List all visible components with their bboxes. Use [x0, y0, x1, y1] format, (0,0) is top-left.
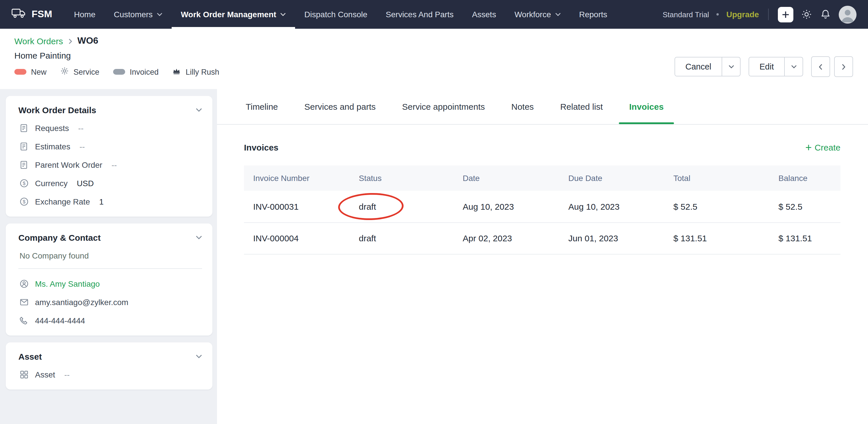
breadcrumb-chevron-icon [68, 36, 72, 46]
top-navbar: FSM Home Customers Work Order Management… [0, 0, 868, 29]
detail-row-currency: $ Currency USD [20, 179, 202, 188]
card-title: Asset [19, 351, 42, 361]
plus-icon: + [805, 142, 812, 153]
table-row[interactable]: INV-000031 draft Aug 10, 2023 Aug 10, 20… [244, 191, 840, 222]
previous-record-button[interactable] [811, 56, 830, 77]
navbar-right: Standard Trial Upgrade [663, 5, 857, 23]
breadcrumb-work-orders-link[interactable]: Work Orders [14, 36, 63, 46]
status-service: Service [60, 67, 99, 77]
person-icon [20, 279, 29, 288]
tab-services-and-parts[interactable]: Services and parts [291, 89, 389, 124]
detail-sidebar: Work Order Details Requests -- Estimates… [0, 89, 217, 424]
user-avatar[interactable] [839, 5, 857, 23]
tab-related-list[interactable]: Related list [547, 89, 616, 124]
column-due-date: Due Date [559, 166, 664, 191]
total-cell: $ 131.51 [664, 222, 769, 254]
nav-item-dispatch-console[interactable]: Dispatch Console [295, 0, 376, 29]
nav-item-reports[interactable]: Reports [570, 0, 617, 29]
cancel-button[interactable]: Cancel [675, 57, 722, 76]
asset-card: Asset Asset -- [6, 342, 212, 390]
nav-item-services-and-parts[interactable]: Services And Parts [377, 0, 463, 29]
chevron-down-icon [555, 12, 561, 16]
exchange-rate-icon: $ [20, 197, 29, 206]
tab-notes[interactable]: Notes [498, 89, 547, 124]
status-cell: draft [350, 222, 454, 254]
edit-button[interactable]: Edit [749, 57, 784, 76]
collapse-chevron-icon[interactable] [196, 108, 202, 112]
company-contact-card: Company & Contact No Company found Ms. A… [6, 224, 212, 336]
brand-text: FSM [32, 9, 52, 20]
phone-icon [20, 316, 29, 325]
detail-row-estimates: Estimates -- [20, 142, 202, 151]
tab-bar: Timeline Services and parts Service appo… [217, 89, 868, 125]
nav-item-assets[interactable]: Assets [463, 0, 505, 29]
settings-gear-icon[interactable] [801, 9, 812, 20]
nav-item-workforce[interactable]: Workforce [505, 0, 570, 29]
invoices-table: Invoice Number Status Date Due Date Tota… [244, 166, 840, 254]
chevron-down-icon [157, 12, 162, 16]
edit-dropdown-caret[interactable] [784, 57, 803, 76]
status-new-pill [14, 69, 26, 75]
parent-work-order-icon [20, 160, 29, 169]
app-logo[interactable]: FSM [11, 7, 52, 22]
chevron-down-icon [280, 12, 286, 16]
svg-text:$: $ [23, 181, 26, 186]
notifications-bell-icon[interactable] [820, 9, 831, 20]
work-order-details-header[interactable]: Work Order Details [6, 96, 212, 122]
upgrade-link[interactable]: Upgrade [726, 10, 759, 19]
contact-email[interactable]: amy.santiago@zylker.com [35, 298, 128, 307]
contact-name-link[interactable]: Ms. Amy Santiago [35, 279, 100, 288]
record-id: WO6 [77, 36, 98, 46]
contact-body: Ms. Amy Santiago amy.santiago@zylker.com… [6, 278, 212, 336]
nav-item-customers[interactable]: Customers [105, 0, 172, 29]
contact-name-row: Ms. Amy Santiago [20, 279, 202, 288]
tab-service-appointments[interactable]: Service appointments [389, 89, 498, 124]
column-date: Date [454, 166, 559, 191]
card-title: Work Order Details [19, 105, 96, 115]
date-cell: Apr 02, 2023 [454, 222, 559, 254]
edit-split-button: Edit [749, 57, 803, 77]
status-row: New Service Invoiced Lilly Rush [14, 67, 219, 77]
tab-timeline[interactable]: Timeline [232, 89, 291, 124]
next-record-button[interactable] [834, 56, 853, 77]
column-status: Status [350, 166, 454, 191]
invoice-number-cell[interactable]: INV-000004 [244, 222, 350, 254]
status-owner: Lilly Rush [173, 67, 219, 77]
column-invoice-number: Invoice Number [244, 166, 350, 191]
create-invoice-button[interactable]: + Create [805, 142, 840, 153]
work-order-details-card: Work Order Details Requests -- Estimates… [6, 96, 212, 217]
svg-text:$: $ [23, 199, 26, 204]
card-title: Company & Contact [19, 233, 101, 243]
invoices-section-title: Invoices [244, 142, 278, 152]
cancel-dropdown-caret[interactable] [722, 57, 740, 76]
nav-item-work-order-management[interactable]: Work Order Management [172, 0, 295, 29]
detail-row-requests: Requests -- [20, 123, 202, 133]
contact-phone[interactable]: 444-444-4444 [35, 316, 85, 325]
plan-label: Standard Trial [663, 10, 709, 19]
cancel-split-button: Cancel [675, 57, 741, 77]
nav-item-home[interactable]: Home [65, 0, 105, 29]
vertical-divider [768, 9, 769, 20]
asset-header[interactable]: Asset [6, 342, 212, 369]
request-doc-icon [20, 123, 29, 133]
contact-email-row: amy.santiago@zylker.com [20, 298, 202, 307]
company-contact-header[interactable]: Company & Contact [6, 224, 212, 250]
status-invoiced-pill [113, 69, 125, 75]
service-icon [60, 67, 69, 77]
balance-cell: $ 52.5 [769, 191, 840, 222]
divider [19, 268, 202, 269]
detail-row-parent-work-order: Parent Work Order -- [20, 160, 202, 169]
collapse-chevron-icon[interactable] [196, 235, 202, 239]
breadcrumb: Work Orders WO6 [14, 36, 219, 46]
status-invoiced: Invoiced [113, 67, 159, 76]
collapse-chevron-icon[interactable] [196, 355, 202, 359]
date-cell: Aug 10, 2023 [454, 191, 559, 222]
quick-create-button[interactable] [778, 7, 794, 22]
table-row[interactable]: INV-000004 draft Apr 02, 2023 Jun 01, 20… [244, 222, 840, 254]
invoices-section-header: Invoices + Create [217, 125, 868, 166]
contact-phone-row: 444-444-4444 [20, 316, 202, 325]
tab-invoices[interactable]: Invoices [616, 89, 677, 124]
column-total: Total [664, 166, 769, 191]
invoice-number-cell[interactable]: INV-000031 [244, 191, 350, 222]
record-header: Work Orders WO6 Home Painting New Servic… [0, 29, 868, 89]
